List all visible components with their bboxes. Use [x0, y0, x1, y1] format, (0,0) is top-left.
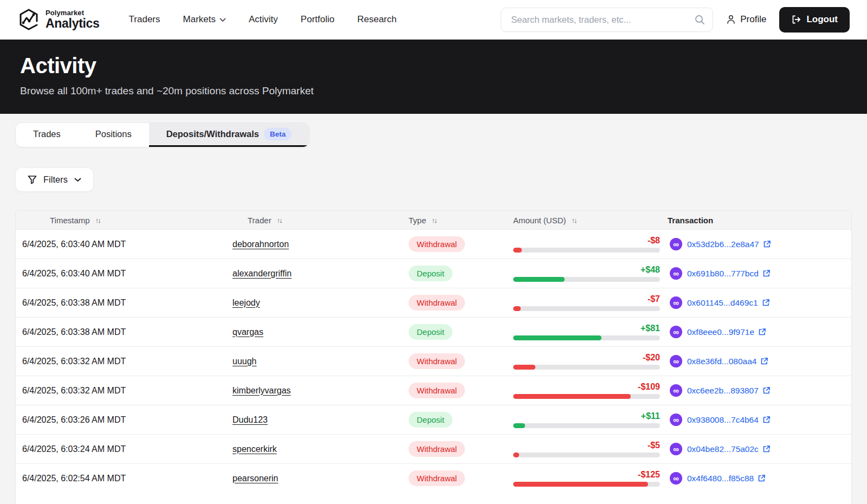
- nav-label: Traders: [129, 14, 160, 25]
- transaction-hash: 0x8e36fd...080aa4: [687, 357, 756, 366]
- transaction-link[interactable]: 0x601145...d469c1: [687, 298, 770, 308]
- amount-cell: +$81: [513, 324, 668, 341]
- nav-label: Portfolio: [301, 14, 334, 25]
- transaction-hash: 0x691b80...777bcd: [687, 269, 759, 279]
- external-link-icon: [758, 474, 766, 482]
- nav-item-research[interactable]: Research: [357, 14, 397, 25]
- transaction-hash: 0x601145...d469c1: [687, 298, 758, 308]
- filters-label: Filters: [43, 175, 68, 185]
- logout-button[interactable]: Logout: [779, 7, 850, 33]
- global-search[interactable]: [501, 8, 713, 32]
- amount-bar: [513, 248, 660, 253]
- nav-item-markets[interactable]: Markets: [183, 14, 226, 25]
- nav-label: Markets: [183, 14, 216, 25]
- column-label: Type: [409, 216, 426, 225]
- filter-funnel-icon: [28, 175, 37, 184]
- row-timestamp: 6/4/2025, 6:03:26 AM MDT: [16, 415, 232, 425]
- row-timestamp: 6/4/2025, 6:03:24 AM MDT: [16, 444, 232, 454]
- page-title: Activity: [20, 54, 847, 78]
- column-label: Timestamp: [50, 216, 90, 225]
- table-row: 6/4/2025, 6:03:32 AM MDT kimberlyvargas …: [16, 376, 851, 405]
- transaction-link[interactable]: 0x4f6480...f85c88: [687, 474, 766, 483]
- table-row: 6/4/2025, 6:03:24 AM MDT spencerkirk Wit…: [16, 434, 851, 463]
- transaction-link[interactable]: 0x938008...7c4b64: [687, 415, 771, 425]
- beta-badge: Beta: [264, 128, 292, 140]
- amount-value: +$48: [513, 265, 660, 275]
- row-timestamp: 6/4/2025, 6:03:40 AM MDT: [16, 269, 232, 279]
- external-link-icon: [762, 386, 771, 395]
- polygon-network-icon: ∞: [670, 384, 682, 397]
- trader-link[interactable]: alexandergriffin: [232, 269, 292, 278]
- column-label: Trader: [248, 216, 271, 225]
- column-header-trader[interactable]: Trader ↑↓: [232, 216, 409, 225]
- trader-link[interactable]: Dudu123: [232, 415, 268, 424]
- transaction-link[interactable]: 0xf8eee0...9f971e: [687, 327, 766, 337]
- polygon-network-icon: ∞: [670, 472, 682, 484]
- nav-item-traders[interactable]: Traders: [129, 14, 160, 25]
- trader-link[interactable]: qvargas: [232, 327, 263, 337]
- filters-button[interactable]: Filters: [15, 167, 94, 192]
- trader-link[interactable]: uuugh: [232, 357, 257, 366]
- column-header-type[interactable]: Type ↑↓: [409, 216, 513, 225]
- column-header-timestamp[interactable]: Timestamp ↑↓: [16, 216, 232, 225]
- amount-value: -$8: [513, 236, 660, 245]
- polygon-network-icon: ∞: [670, 238, 682, 250]
- trader-link[interactable]: leejody: [232, 298, 260, 307]
- trader-link[interactable]: pearsonerin: [232, 474, 279, 483]
- amount-bar-fill: [513, 482, 648, 487]
- amount-bar: [513, 394, 660, 399]
- nav-item-activity[interactable]: Activity: [249, 14, 278, 25]
- tab-positions[interactable]: Positions: [78, 123, 149, 147]
- amount-bar: [513, 365, 660, 370]
- logout-icon: [791, 15, 801, 24]
- deposits-withdrawals-table: Timestamp ↑↓ Trader ↑↓ Type ↑↓ Amount (U…: [15, 210, 852, 504]
- table-header-row: Timestamp ↑↓ Trader ↑↓ Type ↑↓ Amount (U…: [16, 211, 851, 229]
- type-badge: Withdrawal: [409, 236, 465, 252]
- amount-cell: -$5: [513, 441, 668, 458]
- tab-trades[interactable]: Trades: [16, 123, 78, 147]
- tab-label: Positions: [95, 129, 132, 139]
- nav-item-portfolio[interactable]: Portfolio: [301, 14, 334, 25]
- table-body: 6/4/2025, 6:03:40 AM MDT deborahnorton W…: [16, 229, 851, 493]
- search-input[interactable]: [511, 15, 695, 25]
- column-header-amount[interactable]: Amount (USD) ↑↓: [513, 216, 668, 225]
- search-icon[interactable]: [695, 15, 705, 25]
- sort-icon[interactable]: ↑↓: [277, 216, 282, 224]
- sort-icon[interactable]: ↑↓: [95, 216, 100, 224]
- amount-bar-fill: [513, 394, 631, 399]
- sort-icon[interactable]: ↑↓: [432, 216, 437, 224]
- amount-bar-fill: [513, 248, 522, 253]
- transaction-hash: 0x53d2b6...2e8a47: [687, 240, 759, 249]
- transaction-link[interactable]: 0xc6ee2b...893807: [687, 386, 771, 396]
- transaction-hash: 0xc6ee2b...893807: [687, 386, 759, 396]
- trader-link[interactable]: spencerkirk: [232, 444, 277, 454]
- transaction-link[interactable]: 0x04be82...75a02c: [687, 444, 771, 454]
- page-hero: Activity Browse all 100m+ trades and ~20…: [0, 40, 867, 114]
- profile-menu[interactable]: Profile: [726, 14, 766, 25]
- amount-bar: [513, 277, 660, 282]
- transaction-link[interactable]: 0x8e36fd...080aa4: [687, 357, 768, 366]
- amount-cell: -$20: [513, 353, 668, 370]
- brand-logo[interactable]: Polymarket Analytics: [17, 8, 100, 31]
- amount-bar-fill: [513, 306, 521, 311]
- trader-link[interactable]: deborahnorton: [232, 240, 289, 249]
- main-content: Trades Positions Deposits/Withdrawals Be…: [0, 114, 867, 504]
- type-badge: Withdrawal: [409, 470, 465, 486]
- amount-bar-fill: [513, 453, 519, 457]
- amount-bar: [513, 482, 660, 487]
- amount-bar: [513, 335, 660, 340]
- amount-value: -$5: [513, 441, 660, 450]
- polygon-network-icon: ∞: [670, 413, 682, 426]
- row-timestamp: 6/4/2025, 6:03:38 AM MDT: [16, 298, 232, 308]
- transaction-hash: 0x4f6480...f85c88: [687, 474, 754, 483]
- external-link-icon: [762, 269, 771, 277]
- activity-tabs: Trades Positions Deposits/Withdrawals Be…: [15, 122, 309, 147]
- row-timestamp: 6/4/2025, 6:03:32 AM MDT: [16, 357, 232, 366]
- profile-icon: [726, 15, 736, 24]
- tab-deposits-withdrawals[interactable]: Deposits/Withdrawals Beta: [149, 123, 309, 147]
- trader-link[interactable]: kimberlyvargas: [232, 386, 291, 395]
- transaction-link[interactable]: 0x53d2b6...2e8a47: [687, 240, 771, 249]
- transaction-link[interactable]: 0x691b80...777bcd: [687, 269, 771, 279]
- type-badge: Deposit: [409, 266, 452, 281]
- sort-icon[interactable]: ↑↓: [572, 216, 577, 224]
